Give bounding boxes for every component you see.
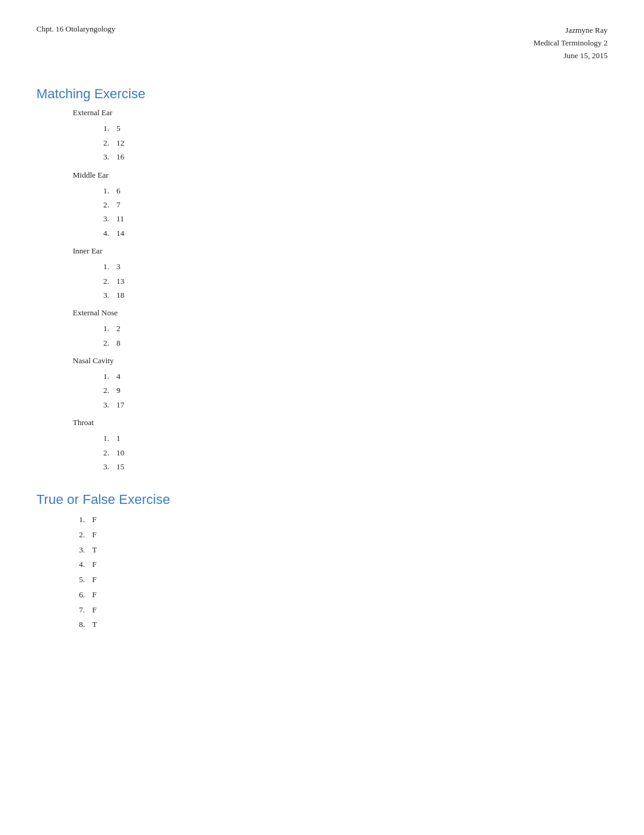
middle-ear-label: Middle Ear [73, 170, 608, 180]
middle-ear-list: 1.6 2.7 3.11 4.14 [97, 184, 608, 241]
list-item: 1.2 [97, 321, 608, 335]
list-item: 2.9 [97, 383, 608, 397]
list-item: 4.14 [97, 226, 608, 240]
list-item: 1.F [73, 512, 608, 528]
external-ear-label: External Ear [73, 108, 608, 118]
inner-ear-list: 1.3 2.13 3.18 [97, 260, 608, 302]
middle-ear-subsection: Middle Ear 1.6 2.7 3.11 4.14 [36, 170, 608, 241]
list-item: 1.3 [97, 260, 608, 273]
list-item: 1.4 [97, 369, 608, 383]
list-item: 2.8 [97, 336, 608, 350]
matching-exercise-section: Matching Exercise External Ear 1.5 2.12 … [36, 86, 608, 474]
list-item: 3.T [73, 543, 608, 558]
list-item: 2.10 [97, 446, 608, 460]
list-item: 6.F [73, 588, 608, 603]
external-nose-subsection: External Nose 1.2 2.8 [36, 308, 608, 350]
list-item: 2.13 [97, 274, 608, 288]
list-item: 8.T [73, 617, 608, 632]
throat-subsection: Throat 1.1 2.10 3.15 [36, 418, 608, 474]
student-name: Jazmyne Ray [534, 24, 608, 37]
date: June 15, 2015 [534, 50, 608, 62]
external-nose-list: 1.2 2.8 [97, 321, 608, 350]
true-false-exercise-section: True or False Exercise 1.F 2.F 3.T 4.F 5… [36, 492, 608, 632]
throat-label: Throat [73, 418, 608, 428]
list-item: 5.F [73, 572, 608, 588]
matching-exercise-title: Matching Exercise [36, 86, 608, 102]
list-item: 2.12 [97, 136, 608, 150]
list-item: 3.15 [97, 460, 608, 474]
course-name: Medical Terminology 2 [534, 37, 608, 50]
list-item: 3.17 [97, 398, 608, 412]
list-item: 1.1 [97, 431, 608, 445]
list-item: 7.F [73, 603, 608, 618]
true-false-list: 1.F 2.F 3.T 4.F 5.F 6.F 7.F 8.T [73, 512, 608, 632]
chapter-label: Chpt. 16 Otolaryngology [36, 24, 115, 33]
header-left: Chpt. 16 Otolaryngology [36, 24, 115, 34]
list-item: 3.11 [97, 212, 608, 226]
nasal-cavity-list: 1.4 2.9 3.17 [97, 369, 608, 412]
external-ear-list: 1.5 2.12 3.16 [97, 121, 608, 164]
inner-ear-subsection: Inner Ear 1.3 2.13 3.18 [36, 246, 608, 302]
throat-list: 1.1 2.10 3.15 [97, 431, 608, 474]
header-right: Jazmyne Ray Medical Terminology 2 June 1… [534, 24, 608, 62]
list-item: 1.5 [97, 121, 608, 135]
list-item: 2.F [73, 528, 608, 543]
true-false-exercise-title: True or False Exercise [36, 492, 608, 508]
list-item: 3.18 [97, 288, 608, 302]
list-item: 3.16 [97, 150, 608, 164]
nasal-cavity-label: Nasal Cavity [73, 356, 608, 366]
list-item: 1.6 [97, 184, 608, 198]
list-item: 2.7 [97, 198, 608, 212]
external-ear-subsection: External Ear 1.5 2.12 3.16 [36, 108, 608, 164]
page-header: Chpt. 16 Otolaryngology Jazmyne Ray Medi… [36, 24, 608, 62]
inner-ear-label: Inner Ear [73, 246, 608, 256]
nasal-cavity-subsection: Nasal Cavity 1.4 2.9 3.17 [36, 356, 608, 412]
list-item: 4.F [73, 557, 608, 572]
external-nose-label: External Nose [73, 308, 608, 318]
